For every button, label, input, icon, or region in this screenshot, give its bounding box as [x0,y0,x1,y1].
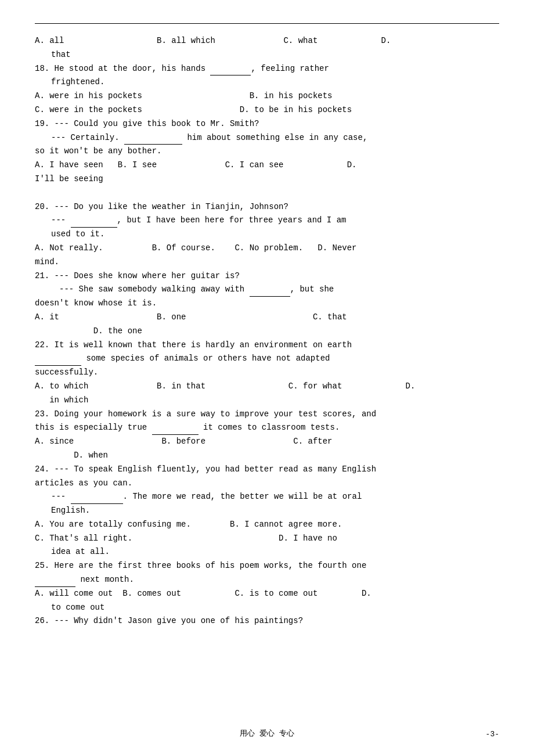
content-area: A. all B. all which C. what D. that 18. … [35,34,499,628]
q24-optCD: C. That's all right. D. I have no [35,532,499,546]
q20-opts: A. Not really. B. Of course. C. No probl… [35,242,499,255]
q19-blank [124,136,182,145]
q23-optD: D. when [35,449,499,463]
page: A. all B. all which C. what D. that 18. … [0,0,534,756]
q20-answer: --- , but I have been here for three yea… [35,214,499,228]
q19-optAB: A. I have seen B. I see C. I can see D. [35,159,499,172]
q25-text2: next month. [35,573,499,587]
q23-text2: this is especially true it comes to clas… [35,421,499,435]
page-number: -3- [486,730,499,739]
q18-optC: C. were in the pockets D. to be in his p… [35,103,499,117]
q17-options-line2: that [35,48,499,62]
q25-optABC: A. will come out B. comes out C. is to c… [35,587,499,601]
footer: 用心 爱心 专心 [0,728,534,739]
footer-text: 用心 爱心 专心 [240,728,294,739]
q22-blank [35,358,81,366]
q20-text2: used to it. [35,228,499,242]
q24-text: 24. --- To speak English fluently, you h… [35,463,499,477]
q21-optD: D. the one [35,325,499,339]
q21-text: 21. --- Does she know where her guitar i… [35,269,499,283]
q23-text: 23. Doing your homework is a sure way to… [35,408,499,422]
q19-answer: --- Certainly. him about something else … [35,131,499,145]
q22-blank-line: some species of animals or others have n… [35,352,499,366]
q24-optD2: idea at all. [35,545,499,559]
q18-text2: frightened. [35,75,499,89]
q19-text: 19. --- Could you give this book to Mr. … [35,117,499,131]
q26-text: 26. --- Why didn't Jason give you one of… [35,614,499,628]
q17-options-line1: A. all B. all which C. what D. [35,34,499,48]
q18-blank [210,67,251,75]
q20-text: 20. --- Do you like the weather in Tianj… [35,200,499,214]
q24-text2: articles as you can. [35,477,499,491]
q19-optD: I'll be seeing [35,172,499,186]
q18-text: 18. He stood at the door, his hands , fe… [35,62,499,76]
q21-text2: doesn't know whose it is. [35,297,499,311]
q18-optA: A. were in his pockets B. in his pockets [35,89,499,103]
top-divider [35,23,499,24]
q23-optABC: A. since B. before C. after [35,435,499,449]
q22-optABC: A. to which B. in that C. for what D. [35,380,499,394]
q21-answer: --- She saw somebody walking away with ,… [35,283,499,297]
q24-blank [71,496,123,504]
q23-blank [152,427,199,435]
q22-text2: successfully. [35,366,499,380]
q19-text2: so it won't be any bother. [35,145,499,159]
q25-optD: to come out [35,601,499,615]
q20-blank [71,219,117,228]
q21-blank [250,289,290,297]
q25-blank [35,579,75,587]
q20-opts2: mind. [35,255,499,269]
q21-optABC: A. it B. one C. that [35,311,499,325]
q24-optAB: A. You are totally confusing me. B. I ca… [35,518,499,532]
q22-text: 22. It is well known that there is hardl… [35,339,499,352]
q25-text: 25. Here are the first three books of hi… [35,559,499,573]
q24-text3: English. [35,504,499,518]
q24-answer: --- . The more we read, the better we wi… [35,490,499,504]
q22-optD: in which [35,394,499,408]
